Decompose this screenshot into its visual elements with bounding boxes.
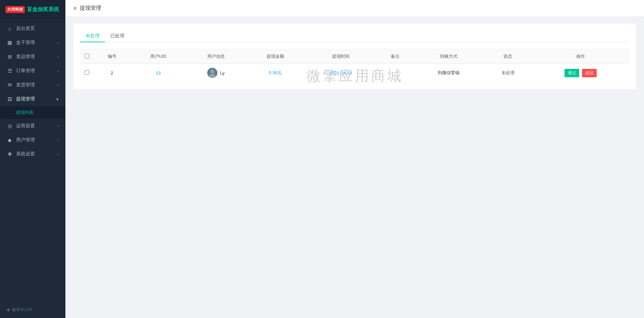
sidebar-item-prize[interactable]: ⊞ 奖品管理 › [0,50,65,64]
sidebar-item-withdrawal-list-label: 提现列表 [16,109,34,116]
user-info: Ly [189,68,243,78]
row-remark [377,64,413,82]
operations-icon: ◎ [7,123,13,129]
version-label: ✤ 版本V1.0.0 [0,302,65,318]
sidebar-item-order-label: 订单管理 [16,68,35,74]
avatar [207,68,217,78]
row-checkbox-cell [80,64,94,82]
system-title: 盲盒抽奖系统 [27,6,59,13]
row-userinfo: Ly [186,64,246,82]
chevron-right-icon: › [57,138,59,142]
sidebar-item-withdrawal-list[interactable]: 提现列表 [0,106,65,119]
sidebar-item-box[interactable]: ▦ 盒子管理 › [0,36,65,50]
chevron-right-icon: › [57,124,59,128]
brand-label: 大河科技 [5,6,25,13]
sidebar-item-shipping[interactable]: ✉ 发货管理 › [0,78,65,92]
row-actions: 通过 驳回 [532,64,629,82]
tab-unprocessed[interactable]: 未处理 [80,30,105,42]
sidebar-item-settings[interactable]: ✤ 系统设置 › [0,147,65,161]
row-checkbox[interactable] [85,70,89,75]
row-id: 2 [94,64,130,82]
page-title: 提现管理 [80,5,101,12]
sidebar-item-operations[interactable]: ◎ 运营设置 › [0,119,65,133]
chevron-right-icon: › [57,41,59,45]
box-icon: ▦ [7,40,13,46]
table-header-action: 操作 [532,49,629,64]
sidebar-logo: 大河科技 盲盒抽奖系统 [0,0,65,19]
sidebar-item-prize-label: 奖品管理 [16,54,35,60]
pass-button[interactable]: 通过 [565,69,579,77]
settings-icon: ✤ [7,151,13,157]
table-row: 2 13 Ly [80,64,629,82]
sidebar-item-settings-label: 系统设置 [16,151,35,157]
chevron-right-icon: › [57,55,59,59]
avatar-image [207,68,217,78]
tabs: 未处理 已处理 [80,30,629,42]
content-card: 未处理 已处理 编号 用户UID 用户信息 提现金额 提现时间 备注 [73,24,636,89]
sidebar-item-order[interactable]: ☰ 订单管理 › [0,64,65,78]
table-header-status: 状态 [484,49,532,64]
chevron-right-icon: › [57,83,59,87]
prize-icon: ⊞ [7,54,13,60]
withdrawal-table: 编号 用户UID 用户信息 提现金额 提现时间 备注 到账方式 状态 操作 [80,49,629,82]
sidebar: 大河科技 盲盒抽奖系统 ⌂ 后台首页 ▦ 盒子管理 › ⊞ 奖品管理 › ☰ 订… [0,0,65,318]
content-area: 未处理 已处理 编号 用户UID 用户信息 提现金额 提现时间 备注 [65,17,644,318]
table-header-uid: 用户UID [130,49,186,64]
sidebar-item-operations-label: 运营设置 [16,123,35,129]
shipping-icon: ✉ [7,82,13,88]
row-amount: 0.30元 [246,64,305,82]
table-header-time: 提现时间 [305,49,377,64]
svg-point-1 [210,70,214,74]
reject-button[interactable]: 驳回 [582,69,597,77]
home-icon: ⌂ [7,26,13,32]
order-icon: ☰ [7,68,13,74]
table-header-remark: 备注 [377,49,413,64]
select-all-checkbox[interactable] [85,54,89,58]
row-payment: 到微信零钱 [413,64,484,82]
chevron-right-icon: › [57,152,59,156]
username: Ly [220,71,224,76]
table-header-userinfo: 用户信息 [186,49,246,64]
row-status: 未处理 [484,64,532,82]
sidebar-item-users-label: 用户管理 [16,137,35,143]
table-header-payment: 到账方式 [413,49,484,64]
page-header: ≡ 提现管理 [65,0,644,17]
sidebar-item-home[interactable]: ⌂ 后台首页 [0,21,65,36]
table-header-amount: 提现金额 [246,49,305,64]
sidebar-item-home-label: 后台首页 [16,26,35,32]
row-uid: 13 [130,64,186,82]
sidebar-item-box-label: 盒子管理 [16,40,35,46]
table-header-id: 编号 [94,49,130,64]
main-content: ≡ 提现管理 未处理 已处理 编号 用户UID 用户信息 提现金额 [65,0,644,318]
sidebar-item-users[interactable]: ☻ 用户管理 › [0,133,65,147]
sidebar-menu: ⌂ 后台首页 ▦ 盒子管理 › ⊞ 奖品管理 › ☰ 订单管理 › ✉ 发货管理… [0,19,65,302]
withdrawal-icon: ⊡ [7,96,13,102]
chevron-right-icon: › [57,69,59,73]
sidebar-item-withdrawal[interactable]: ⊡ 提现管理 ∨ [0,92,65,106]
version-icon: ✤ [7,308,10,312]
chevron-down-icon: ∨ [56,97,59,101]
sidebar-item-shipping-label: 发货管理 [16,82,35,88]
sidebar-item-withdrawal-label: 提现管理 [16,96,35,102]
tab-processed[interactable]: 已处理 [105,30,130,42]
users-icon: ☻ [7,137,13,143]
row-time: 2021-04-59 [305,64,377,82]
menu-icon: ≡ [73,5,76,11]
table-header-checkbox [80,49,94,64]
